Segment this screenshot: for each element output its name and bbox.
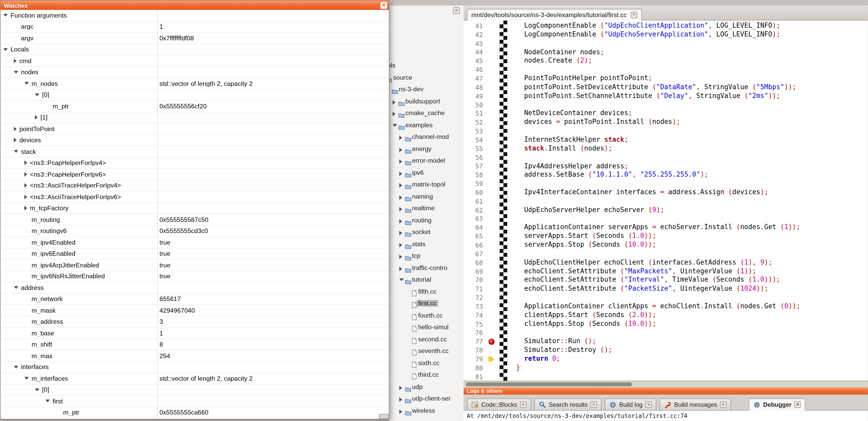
line-number[interactable]: 69 bbox=[464, 268, 487, 276]
expander-icon[interactable] bbox=[24, 172, 27, 176]
expander-icon[interactable] bbox=[399, 219, 402, 223]
marker-margin[interactable] bbox=[487, 232, 496, 241]
line-number[interactable]: 43 bbox=[464, 39, 487, 47]
line-number[interactable]: 81 bbox=[464, 373, 487, 381]
watch-row[interactable]: nodes bbox=[1, 67, 389, 78]
tree-item-third-cc[interactable]: third.cc bbox=[389, 369, 464, 381]
line-number[interactable]: 50 bbox=[464, 101, 487, 109]
marker-margin[interactable] bbox=[487, 346, 496, 355]
tree-item-tcp[interactable]: tcp bbox=[389, 250, 464, 262]
watch-row[interactable]: m_ipv6Enabledtrue bbox=[1, 248, 389, 260]
watch-row[interactable]: m_ptr0x5555555ca660 bbox=[1, 407, 389, 418]
expander-icon[interactable] bbox=[399, 195, 402, 199]
tree-item-second-cc[interactable]: second.cc bbox=[389, 333, 464, 345]
tree-item-error-model[interactable]: error-model bbox=[389, 155, 464, 167]
expander-icon[interactable] bbox=[399, 386, 402, 390]
expander-icon[interactable] bbox=[3, 14, 8, 17]
marker-margin[interactable] bbox=[487, 311, 496, 320]
marker-margin[interactable] bbox=[487, 22, 496, 30]
expander-icon[interactable] bbox=[393, 100, 396, 104]
line-number[interactable]: 66 bbox=[464, 241, 487, 249]
marker-margin[interactable] bbox=[487, 205, 496, 215]
line-number[interactable]: 58 bbox=[464, 171, 487, 179]
expander-icon[interactable] bbox=[24, 82, 29, 85]
line-number[interactable]: 79 bbox=[464, 355, 487, 363]
expander-icon[interactable] bbox=[399, 397, 402, 402]
expander-icon[interactable] bbox=[24, 195, 27, 199]
tree-item-energy[interactable]: energy bbox=[389, 143, 464, 155]
tab-close-icon[interactable] bbox=[645, 401, 652, 408]
marker-margin[interactable] bbox=[487, 223, 496, 232]
line-number[interactable]: 56 bbox=[464, 154, 487, 161]
expander-icon[interactable] bbox=[24, 161, 27, 165]
watch-row[interactable]: m_ipv6NsRsJitterEnabledtrue bbox=[1, 271, 389, 282]
code-editor[interactable]: 41 LogComponentEnable ("UdpEchoClientApp… bbox=[464, 21, 868, 381]
marker-margin[interactable] bbox=[487, 118, 496, 127]
watch-row[interactable]: m_mask4294967040 bbox=[1, 305, 389, 316]
tree-item-sixth-cc[interactable]: sixth.cc bbox=[389, 357, 464, 369]
line-number[interactable]: 53 bbox=[464, 127, 487, 135]
expander-icon[interactable] bbox=[14, 366, 19, 368]
tree-item-first-cc[interactable]: first.cc bbox=[389, 298, 464, 310]
marker-margin[interactable] bbox=[487, 302, 496, 311]
tree-item-ns-3-dev[interactable]: ns-3-dev bbox=[389, 84, 464, 95]
line-number[interactable]: 57 bbox=[464, 162, 487, 170]
watch-row[interactable]: m_ipv4ArpJitterEnabledtrue bbox=[1, 260, 389, 271]
marker-margin[interactable] bbox=[487, 337, 496, 346]
tree-item-buildsupport[interactable]: buildsupport bbox=[389, 95, 464, 107]
line-number[interactable]: 61 bbox=[464, 198, 487, 205]
marker-margin[interactable] bbox=[487, 180, 496, 188]
line-number[interactable]: 78 bbox=[464, 347, 487, 354]
watch-row[interactable]: m_max254 bbox=[1, 350, 389, 362]
expander-icon[interactable] bbox=[35, 115, 38, 120]
tree-item-fourth-cc[interactable]: fourth.cc bbox=[389, 310, 464, 321]
line-number[interactable]: 51 bbox=[464, 110, 487, 118]
tree-item-naming[interactable]: naming bbox=[389, 191, 464, 202]
line-number[interactable]: 80 bbox=[464, 364, 487, 372]
line-number[interactable]: 55 bbox=[464, 145, 487, 153]
watch-row[interactable]: stack bbox=[1, 146, 389, 158]
watch-row[interactable]: m_ptr0x55555556cf20 bbox=[1, 101, 389, 112]
tree-item-routing[interactable]: routing bbox=[389, 215, 464, 226]
expander-icon[interactable] bbox=[399, 242, 402, 247]
expander-icon[interactable] bbox=[14, 286, 19, 289]
watch-row[interactable]: <ns3::AsciiTraceHelperForIpv6> bbox=[1, 191, 389, 203]
expander-icon[interactable] bbox=[399, 207, 402, 211]
marker-margin[interactable] bbox=[487, 258, 496, 267]
watch-row[interactable]: argc1 bbox=[1, 21, 389, 33]
watch-row[interactable]: [1] bbox=[1, 112, 389, 123]
marker-margin[interactable] bbox=[487, 162, 496, 171]
line-number[interactable]: 64 bbox=[464, 224, 487, 231]
tree-item-ipv6[interactable]: ipv6 bbox=[389, 167, 464, 179]
expander-icon[interactable] bbox=[393, 124, 397, 126]
marker-margin[interactable] bbox=[487, 74, 496, 83]
watch-row[interactable]: m_network655617 bbox=[1, 293, 389, 305]
marker-margin[interactable] bbox=[487, 373, 496, 381]
marker-margin[interactable] bbox=[487, 127, 496, 135]
tree-item-cmake-cache[interactable]: cmake_cache bbox=[389, 107, 464, 119]
marker-margin[interactable] bbox=[487, 293, 496, 302]
watch-row[interactable]: m_address3 bbox=[1, 316, 389, 328]
line-number[interactable]: 45 bbox=[464, 57, 487, 65]
marker-margin[interactable] bbox=[487, 267, 496, 276]
expander-icon[interactable] bbox=[399, 159, 402, 164]
editor-tab-first-cc[interactable]: mnt/dev/tools/source/ns-3-dev/examples/t… bbox=[467, 9, 642, 21]
editor-tab-close-icon[interactable] bbox=[631, 11, 638, 18]
marker-margin[interactable] bbox=[487, 65, 496, 74]
marker-margin[interactable] bbox=[487, 144, 496, 153]
watch-row[interactable]: [0] bbox=[1, 90, 389, 101]
line-number[interactable]: 62 bbox=[464, 206, 487, 214]
line-number[interactable]: 52 bbox=[464, 119, 487, 126]
tree-item-socket[interactable]: socket bbox=[389, 226, 464, 238]
marker-margin[interactable] bbox=[487, 135, 496, 144]
editor-horizontal-scrollbar[interactable] bbox=[464, 381, 868, 387]
marker-margin[interactable] bbox=[487, 171, 496, 180]
line-number[interactable]: 49 bbox=[464, 92, 487, 100]
marker-margin[interactable] bbox=[487, 276, 496, 285]
marker-margin[interactable] bbox=[487, 364, 496, 373]
expander-icon[interactable] bbox=[399, 278, 404, 281]
line-number[interactable]: 65 bbox=[464, 232, 487, 240]
logs-tab-build-log[interactable]: Build log bbox=[605, 398, 656, 411]
tree-item-udp[interactable]: udp bbox=[389, 381, 464, 393]
tab-close-icon[interactable] bbox=[720, 401, 727, 408]
